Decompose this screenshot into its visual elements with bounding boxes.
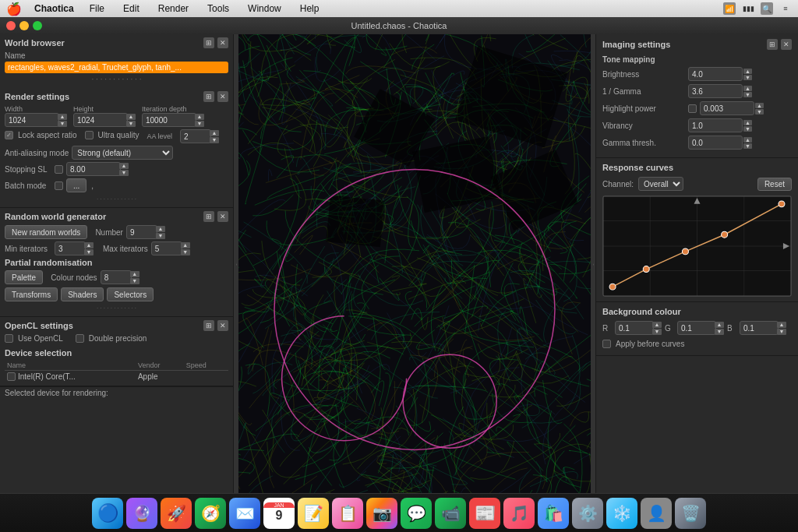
brightness-stepper[interactable]: ▲ ▼ — [743, 69, 752, 80]
sl-up[interactable]: ▲ — [119, 163, 129, 169]
dock-mail[interactable]: ✉️ — [229, 498, 260, 529]
iter-depth-stepper[interactable]: ▲ ▼ — [195, 114, 204, 127]
brightness-input[interactable] — [688, 67, 743, 81]
curves-graph[interactable] — [602, 196, 792, 297]
curve-point-1[interactable] — [609, 284, 616, 290]
vibrancy-input[interactable] — [688, 118, 743, 132]
b-down[interactable]: ▼ — [777, 329, 786, 335]
dock-trash[interactable]: 🗑️ — [675, 498, 706, 529]
highlight-input[interactable] — [700, 101, 754, 115]
brightness-down[interactable]: ▼ — [743, 75, 752, 80]
opencl-close[interactable]: ✕ — [217, 320, 228, 331]
curve-point-2[interactable] — [643, 266, 649, 273]
world-browser-close[interactable]: ✕ — [217, 37, 228, 48]
dock-facetime[interactable]: 📹 — [435, 498, 466, 529]
width-down[interactable]: ▼ — [58, 121, 67, 127]
dock-photos[interactable]: 📷 — [366, 498, 397, 529]
dock-news[interactable]: 📰 — [469, 498, 500, 529]
dock-finder[interactable]: 🔵 — [92, 498, 123, 529]
gamma-up[interactable]: ▲ — [743, 86, 752, 91]
min-down[interactable]: ▼ — [84, 249, 94, 255]
aa-down[interactable]: ▼ — [210, 137, 219, 143]
g-input[interactable] — [677, 321, 716, 335]
g-stepper[interactable]: ▲ ▼ — [715, 322, 724, 335]
maximize-button[interactable] — [33, 21, 42, 30]
vibrancy-up[interactable]: ▲ — [743, 120, 752, 125]
imaging-expand[interactable]: ⊞ — [767, 39, 778, 50]
search-icon[interactable]: 🔍 — [761, 2, 773, 15]
gamma-stepper[interactable]: ▲ ▼ — [743, 86, 752, 97]
menu-tools[interactable]: Tools — [204, 3, 232, 14]
random-world-expand[interactable]: ⊞ — [203, 211, 214, 222]
highlight-down[interactable]: ▼ — [755, 109, 764, 115]
dock-appstore[interactable]: 🛍️ — [538, 498, 569, 529]
gamma-down[interactable]: ▼ — [743, 92, 752, 97]
aa-up[interactable]: ▲ — [210, 130, 219, 136]
brightness-up[interactable]: ▲ — [743, 69, 752, 74]
g-down[interactable]: ▼ — [715, 329, 724, 335]
dock-safari[interactable]: 🧭 — [195, 498, 226, 529]
width-input[interactable] — [5, 113, 59, 127]
dock-calendar[interactable]: JAN 9 — [263, 498, 295, 529]
curve-point-3[interactable] — [682, 248, 688, 255]
dock-photos2[interactable]: 👤 — [641, 498, 672, 529]
iter-up[interactable]: ▲ — [195, 114, 204, 120]
min-iter-stepper[interactable]: ▲ ▼ — [84, 242, 94, 255]
world-browser-expand[interactable]: ⊞ — [203, 37, 214, 48]
close-button[interactable] — [6, 21, 16, 30]
gamma-thresh-input[interactable] — [688, 136, 743, 150]
colour-nodes-input[interactable] — [101, 270, 132, 284]
highlight-checkbox[interactable] — [688, 104, 697, 113]
render-settings-expand[interactable]: ⊞ — [203, 91, 214, 102]
menu-render[interactable]: Render — [155, 3, 192, 14]
curve-point-4[interactable] — [722, 231, 728, 238]
b-input[interactable] — [740, 321, 779, 335]
apple-menu[interactable]: 🍎 — [6, 2, 22, 16]
dock-music[interactable]: 🎵 — [503, 498, 535, 529]
highlight-stepper[interactable]: ▲ ▼ — [755, 103, 764, 115]
iter-depth-input[interactable] — [142, 113, 196, 127]
colour-up[interactable]: ▲ — [130, 271, 139, 277]
dock-reminders[interactable]: 📋 — [332, 498, 363, 529]
wifi-icon[interactable]: 📶 — [723, 2, 736, 15]
r-down[interactable]: ▼ — [652, 329, 662, 335]
r-up[interactable]: ▲ — [652, 322, 662, 328]
dock-launchpad[interactable]: 🚀 — [161, 498, 192, 529]
number-input[interactable] — [126, 225, 157, 239]
aa-stepper[interactable]: ▲ ▼ — [210, 130, 219, 143]
fractal-canvas[interactable] — [238, 34, 591, 493]
aa-level-input[interactable] — [180, 129, 211, 143]
imaging-close[interactable]: ✕ — [781, 39, 792, 50]
batch-mode-checkbox[interactable] — [55, 181, 63, 190]
number-stepper[interactable]: ▲ ▼ — [156, 226, 165, 239]
apply-curves-checkbox[interactable] — [602, 340, 611, 348]
world-name-field[interactable]: rectangles, waves2_radial, Truchet_glyph… — [5, 62, 228, 73]
selectors-btn[interactable]: Selectors — [107, 287, 154, 301]
batch-mode-btn[interactable]: ... — [66, 178, 87, 192]
sl-down[interactable]: ▼ — [119, 170, 129, 176]
min-up[interactable]: ▲ — [84, 242, 94, 248]
stopping-sl-input[interactable] — [66, 162, 121, 176]
use-opencl-checkbox[interactable] — [5, 334, 13, 343]
double-precision-checkbox[interactable] — [76, 334, 84, 343]
menu-edit[interactable]: Edit — [120, 3, 143, 14]
dock-sysprefs[interactable]: ⚙️ — [572, 498, 603, 529]
iter-down[interactable]: ▼ — [195, 121, 204, 127]
b-stepper[interactable]: ▲ ▼ — [777, 322, 786, 335]
gamma-thresh-stepper[interactable]: ▲ ▼ — [743, 137, 752, 149]
num-up[interactable]: ▲ — [156, 226, 165, 232]
control-center-icon[interactable]: ≡ — [779, 2, 792, 15]
gt-down[interactable]: ▼ — [743, 143, 752, 149]
highlight-up[interactable]: ▲ — [755, 103, 764, 108]
ultra-quality-checkbox[interactable] — [85, 131, 94, 139]
minimize-button[interactable] — [19, 21, 29, 30]
stopping-sl-checkbox[interactable] — [55, 165, 63, 174]
dock-chaotica[interactable]: ❄️ — [606, 498, 637, 529]
b-up[interactable]: ▲ — [777, 322, 786, 328]
shaders-btn[interactable]: Shaders — [61, 287, 104, 301]
palette-btn[interactable]: Palette — [5, 270, 43, 284]
gamma-input[interactable] — [688, 84, 743, 98]
random-world-close[interactable]: ✕ — [217, 211, 228, 222]
vibrancy-down[interactable]: ▼ — [743, 126, 752, 132]
height-input[interactable] — [73, 113, 128, 127]
